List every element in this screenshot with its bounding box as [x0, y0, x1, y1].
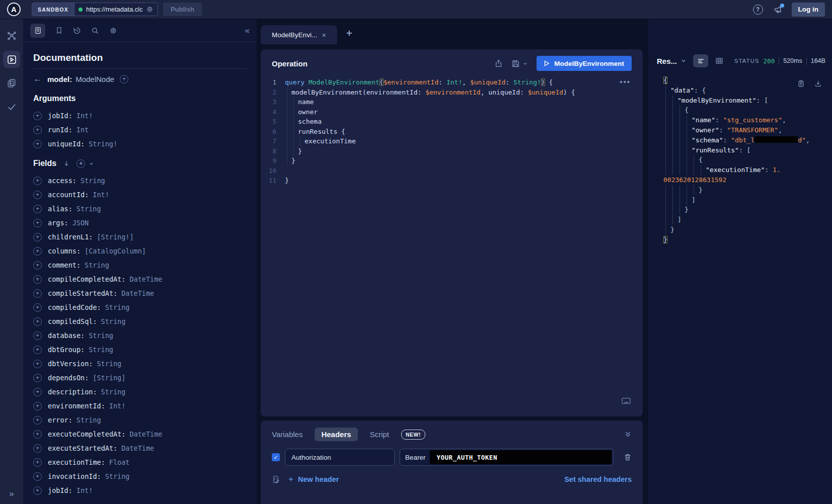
field-name[interactable]: dbtVersion:: [48, 360, 93, 368]
field-name[interactable]: columns:: [48, 247, 81, 255]
run-operation-button[interactable]: ModelByEnvironment: [537, 56, 632, 71]
operation-tab[interactable]: ModelByEnvi... ×: [261, 25, 337, 44]
add-to-query-icon[interactable]: +: [33, 458, 42, 467]
field-type[interactable]: [String]: [93, 374, 125, 382]
endpoint-url-text[interactable]: https://metadata.cloud.get: [86, 6, 142, 13]
add-to-query-icon[interactable]: +: [33, 331, 42, 340]
add-to-query-icon[interactable]: +: [33, 444, 42, 453]
add-model-icon[interactable]: +: [120, 75, 128, 83]
edit-raw-headers-icon[interactable]: [272, 475, 280, 483]
field-type[interactable]: Int!: [93, 191, 109, 199]
field-type[interactable]: String: [81, 177, 105, 185]
field-name[interactable]: compiledSql:: [48, 317, 97, 325]
new-tab-icon[interactable]: +: [346, 28, 352, 39]
field-type[interactable]: DateTime: [129, 430, 162, 438]
back-arrow-icon[interactable]: ←: [33, 74, 42, 84]
publish-button[interactable]: Publish: [163, 3, 202, 16]
field-type[interactable]: String!: [89, 140, 117, 148]
field-type[interactable]: String: [77, 416, 101, 424]
add-to-query-icon[interactable]: +: [33, 303, 42, 312]
field-type[interactable]: String: [105, 303, 130, 311]
field-type[interactable]: DateTime: [121, 289, 154, 297]
login-button[interactable]: Log in: [792, 3, 825, 17]
add-all-fields-icon[interactable]: +: [77, 159, 85, 168]
field-name[interactable]: accountId:: [48, 191, 89, 199]
field-name[interactable]: compileCompletedAt:: [48, 275, 125, 283]
explorer-icon[interactable]: [3, 51, 20, 68]
new-header-button[interactable]: + New header: [288, 474, 339, 484]
field-type[interactable]: String: [105, 472, 130, 480]
field-type[interactable]: DateTime: [121, 444, 154, 452]
field-name[interactable]: description:: [48, 388, 97, 396]
add-to-query-icon[interactable]: +: [33, 388, 42, 396]
add-to-query-icon[interactable]: +: [33, 472, 42, 481]
endpoint-url-input[interactable]: https://metadata.cloud.get: [74, 3, 158, 16]
tab-headers[interactable]: Headers: [315, 428, 357, 441]
field-name[interactable]: executeStartedAt:: [48, 444, 117, 452]
add-to-query-icon[interactable]: +: [33, 177, 42, 185]
add-to-query-icon[interactable]: +: [33, 360, 42, 368]
search-icon[interactable]: [91, 27, 99, 35]
field-name[interactable]: dependsOn:: [48, 374, 89, 382]
response-json-viewer[interactable]: {"data": {"modelByEnvironment": [{"name"…: [663, 75, 831, 245]
response-dropdown-chevron-icon[interactable]: [680, 58, 687, 64]
keyboard-shortcuts-icon[interactable]: [622, 397, 631, 404]
field-name[interactable]: executeCompletedAt:: [48, 430, 125, 438]
field-name[interactable]: database:: [48, 331, 85, 340]
add-to-query-icon[interactable]: +: [33, 402, 42, 410]
help-icon[interactable]: ?: [753, 5, 763, 15]
add-to-query-icon[interactable]: +: [33, 317, 42, 326]
model-type-link[interactable]: ModelNode: [75, 75, 114, 83]
field-name[interactable]: error:: [48, 416, 72, 424]
header-value-input[interactable]: Bearer YOUR_AUTH_TOKEN: [400, 449, 614, 466]
field-type[interactable]: DateTime: [129, 275, 162, 283]
table-view-toggle[interactable]: [712, 54, 727, 67]
collapse-bottom-panel-icon[interactable]: [624, 431, 632, 438]
field-type[interactable]: [String!]: [97, 233, 133, 241]
field-name[interactable]: dbtGroup:: [48, 346, 85, 354]
field-name[interactable]: uniqueId:: [48, 140, 85, 148]
operation-collections-icon[interactable]: [3, 74, 20, 92]
field-type[interactable]: String: [77, 205, 101, 213]
field-type[interactable]: String: [85, 261, 109, 269]
field-name[interactable]: compiledCode:: [48, 303, 101, 311]
add-to-query-icon[interactable]: +: [33, 346, 42, 354]
save-dropdown-chevron-icon[interactable]: [522, 61, 528, 66]
delete-header-icon[interactable]: [624, 453, 632, 461]
field-name[interactable]: jobId:: [48, 112, 72, 120]
field-name[interactable]: access:: [48, 177, 77, 185]
field-name[interactable]: alias:: [48, 205, 72, 213]
add-to-query-icon[interactable]: +: [33, 191, 42, 199]
add-to-query-icon[interactable]: +: [33, 416, 42, 425]
field-type[interactable]: [CatalogColumn]: [85, 247, 146, 255]
expand-rail-icon[interactable]: »: [0, 489, 23, 499]
schema-graph-icon[interactable]: [3, 27, 20, 44]
add-to-query-icon[interactable]: +: [33, 374, 42, 382]
field-name[interactable]: compileStartedAt:: [48, 289, 117, 297]
add-to-query-icon[interactable]: +: [33, 205, 42, 213]
field-name[interactable]: comment:: [48, 261, 81, 269]
add-to-query-icon[interactable]: +: [33, 289, 42, 298]
field-name[interactable]: executionTime:: [48, 458, 105, 466]
add-to-query-icon[interactable]: +: [33, 261, 42, 270]
field-name[interactable]: invocationId:: [48, 472, 101, 480]
field-type[interactable]: JSON: [72, 219, 89, 227]
field-name[interactable]: childrenL1:: [48, 233, 93, 241]
raw-view-toggle[interactable]: [693, 54, 708, 67]
sort-fields-icon[interactable]: [63, 160, 70, 167]
add-to-query-icon[interactable]: +: [33, 275, 42, 284]
field-type[interactable]: Int!: [109, 402, 126, 410]
settings-gear-icon[interactable]: [109, 27, 117, 35]
apollo-logo[interactable]: A: [7, 3, 21, 16]
editor-menu-icon[interactable]: •••: [620, 77, 631, 86]
history-icon[interactable]: [73, 27, 81, 35]
collapse-panel-icon[interactable]: «: [245, 26, 250, 36]
tab-script[interactable]: Script: [370, 430, 389, 439]
field-type[interactable]: Float: [109, 458, 130, 466]
header-key-input[interactable]: Authorization: [285, 449, 395, 466]
checks-icon[interactable]: [3, 98, 20, 115]
documentation-tab-icon[interactable]: [30, 24, 45, 38]
field-type[interactable]: Int: [77, 126, 89, 134]
endpoint-settings-gear-icon[interactable]: [146, 6, 154, 13]
add-to-query-icon[interactable]: +: [33, 247, 42, 256]
